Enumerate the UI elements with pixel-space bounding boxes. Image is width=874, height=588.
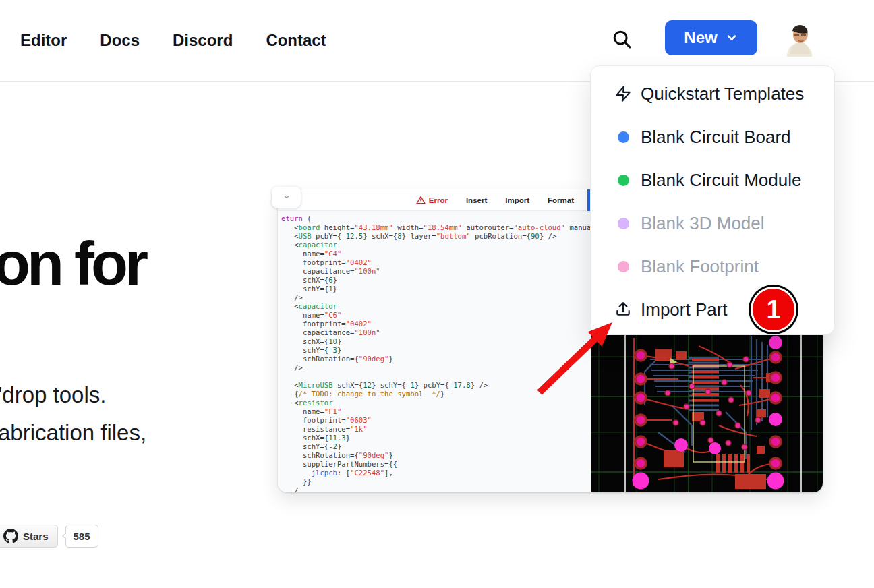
upload-icon bbox=[614, 300, 633, 319]
dropdown-item[interactable]: Import Part bbox=[591, 288, 834, 331]
code-line: name="C4" bbox=[281, 249, 591, 258]
code-line: <resistor bbox=[281, 399, 591, 407]
page: Editor Docs Discord Contact New bbox=[0, 0, 874, 588]
code-line: footprint="0603" bbox=[281, 416, 591, 425]
color-dot-icon bbox=[614, 127, 633, 146]
toolbar-menu: InsertImportFormat bbox=[466, 196, 574, 204]
code-line: <capacitor bbox=[281, 241, 591, 249]
github-stars-button[interactable]: Stars bbox=[0, 525, 58, 548]
chevron-small-icon bbox=[283, 192, 291, 204]
dropdown-item-label: Blank Circuit Module bbox=[641, 170, 801, 191]
code-line: <USB pcbY={-12.5} schX={8} layer="bottom… bbox=[281, 232, 591, 241]
github-stars-label: Stars bbox=[23, 531, 49, 542]
error-label: Error bbox=[429, 196, 448, 204]
dropdown-item-label: Blank Circuit Board bbox=[641, 127, 791, 148]
hero-paragraph-line-2: abrication files, bbox=[0, 414, 146, 452]
code-line: capacitance="100n" bbox=[281, 267, 591, 276]
toolbar-menu-item: Format bbox=[548, 196, 574, 204]
code-line: name="F1" bbox=[281, 407, 591, 416]
error-indicator: Error bbox=[416, 196, 448, 204]
github-stars-widget: Stars 585 bbox=[0, 525, 98, 548]
nav-link[interactable]: Contact bbox=[266, 31, 326, 50]
annotation-badge: 1 bbox=[751, 287, 796, 332]
dropdown-item[interactable]: Quickstart Templates bbox=[591, 72, 834, 115]
code-line: /> bbox=[281, 293, 591, 302]
toolbar-menu-item: Insert bbox=[466, 196, 487, 204]
chevron-down-icon bbox=[725, 31, 738, 45]
color-dot-icon bbox=[614, 171, 633, 189]
zap-icon bbox=[614, 84, 633, 103]
nav-link[interactable]: Discord bbox=[173, 31, 233, 50]
code-line: supplierPartNumbers={{ bbox=[281, 460, 591, 469]
code-line: resistance="1k" bbox=[281, 425, 591, 434]
code-line: <board height="43.18mm" width="18.54mm" … bbox=[281, 223, 591, 232]
avatar[interactable] bbox=[780, 19, 818, 57]
color-dot-icon bbox=[614, 214, 633, 233]
code-line: footprint="0402" bbox=[281, 258, 591, 267]
annotation-badge-number: 1 bbox=[766, 295, 780, 324]
new-dropdown-menu: Quickstart TemplatesBlank Circuit BoardB… bbox=[590, 65, 835, 335]
new-button[interactable]: New bbox=[665, 20, 757, 55]
dropdown-item[interactable]: Blank Circuit Board bbox=[591, 115, 834, 158]
warning-icon bbox=[416, 196, 426, 204]
dropdown-item[interactable]: Blank Circuit Module bbox=[591, 158, 834, 202]
search-button[interactable] bbox=[609, 27, 635, 53]
code-line: <capacitor bbox=[281, 302, 591, 311]
color-dot-icon bbox=[614, 257, 633, 276]
hero-paragraph: 'drop tools. abrication files, bbox=[0, 376, 146, 452]
toolbar-menu-item: Import bbox=[505, 196, 529, 204]
dropdown-item-label: Blank 3D Model bbox=[641, 213, 765, 234]
nav-links: Editor Docs Discord Contact bbox=[20, 0, 326, 81]
code-line: schX={11.3} bbox=[281, 434, 591, 442]
screenshot-zoom-tab bbox=[272, 187, 301, 208]
github-stars-count-value: 585 bbox=[74, 531, 90, 542]
code-line: jlcpcb: ["C22548"], bbox=[281, 469, 591, 477]
github-icon bbox=[3, 529, 18, 543]
code-line: }} bbox=[281, 477, 591, 486]
nav-link[interactable]: Editor bbox=[20, 31, 67, 50]
hero-heading-fragment: on for bbox=[0, 233, 145, 294]
code-line: schX={6} bbox=[281, 276, 591, 285]
code-line: schRotation={"90deg"} bbox=[281, 451, 591, 460]
dropdown-item-label: Quickstart Templates bbox=[641, 84, 804, 105]
editor-toolbar: Error InsertImportFormat bbox=[278, 189, 591, 211]
code-line: / bbox=[281, 486, 591, 492]
nav-link[interactable]: Docs bbox=[100, 31, 140, 50]
code-line: eturn ( bbox=[281, 214, 591, 223]
dropdown-item-label: Blank Footprint bbox=[641, 256, 759, 277]
annotation-arrow bbox=[531, 317, 619, 399]
search-icon bbox=[612, 29, 632, 51]
hero-paragraph-line-1: 'drop tools. bbox=[0, 376, 146, 414]
new-button-label: New bbox=[684, 28, 717, 47]
code-line: schY={1} bbox=[281, 285, 591, 293]
code-line: schY={-2} bbox=[281, 442, 591, 451]
github-stars-count[interactable]: 585 bbox=[65, 525, 98, 548]
dropdown-item[interactable]: Blank 3D Model bbox=[591, 202, 834, 245]
dropdown-item-label: Import Part bbox=[641, 299, 728, 320]
dropdown-item[interactable]: Blank Footprint bbox=[591, 245, 834, 288]
